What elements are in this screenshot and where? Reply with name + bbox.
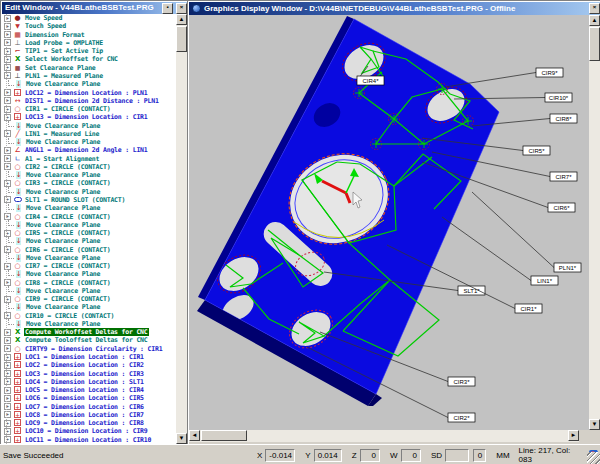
tree-item-23[interactable]: Move Clearance Plane (2, 204, 176, 212)
tree-item-29[interactable]: Move Clearance Plane (2, 254, 176, 262)
tree-item-24[interactable]: +CIR4 = CIRCLE (CONTACT) (2, 212, 176, 220)
tree-item-20[interactable]: +CIR3 = CIRCLE (CONTACT) (2, 179, 176, 187)
tree-item-15[interactable]: Move Clearance Plane (2, 138, 176, 146)
tree-item-14[interactable]: +LIN1 = Measured Line (2, 130, 176, 138)
x-value: -0.014 (265, 449, 295, 462)
tree-item-47[interactable]: +LOC7 = Dimension Location : CIR6 (2, 402, 176, 410)
tree-item-44[interactable]: +LOC4 = Dimension Location : SLT1 (2, 378, 176, 386)
tree-item-21[interactable]: Move Clearance Plane (2, 188, 176, 196)
tree-item-45[interactable]: +LOC5 = Dimension Location : CIR4 (2, 386, 176, 394)
tree-item-40[interactable]: +CIRTY9 = Dimension Circularity : CIR1 (2, 345, 176, 353)
tree-item-6[interactable]: +Set Clearance Plane (2, 64, 176, 72)
tree-item-38[interactable]: +Compute Workoffset Deltas for CNC (2, 328, 176, 336)
resize-grip[interactable] (587, 452, 600, 464)
tree-item-30[interactable]: +CIR7 = CIRCLE (CONTACT) (2, 262, 176, 270)
tree-item-34[interactable]: +CIR9 = CIRCLE (CONTACT) (2, 295, 176, 303)
tree-item-16[interactable]: +ANGL1 = Dimension 2d Angle : LIN1 (2, 146, 176, 154)
tree-item-7[interactable]: +PLN1 = Measured Plane (2, 72, 176, 80)
edit-tree-vertical-scrollbar[interactable]: ▲ ▼ (176, 14, 187, 444)
tree-item-36[interactable]: +CIR10 = CIRCLE (CONTACT) (2, 312, 176, 320)
cnc-icon (13, 55, 22, 63)
y-label: Y (305, 451, 310, 460)
graphics-viewport[interactable]: CIR4*CIR9*CIR10*CIR8*CIR5*CIR7*CIR6*PLN1… (189, 15, 590, 430)
tree-item-13[interactable]: Move Clearance Plane (2, 121, 176, 129)
graphics-vertical-scrollbar[interactable]: ▲ ▼ (589, 15, 600, 430)
tree-item-41[interactable]: +LOC1 = Dimension Location : CIR1 (2, 353, 176, 361)
tree-item-46[interactable]: +LOC6 = Dimension Location : CIR5 (2, 394, 176, 402)
minimize-button[interactable]: ▪ (162, 3, 173, 14)
close-icon[interactable]: × (589, 3, 600, 14)
edit-window: Edit Window - V44BLatheBSBTest.PRG ▪ × +… (0, 0, 189, 446)
loc-icon (13, 419, 22, 427)
tree-item-31[interactable]: Move Clearance Plane (2, 270, 176, 278)
scroll-left-icon[interactable]: ◄ (189, 430, 200, 441)
tree-item-5[interactable]: +Select Workoffset for CNC (2, 55, 176, 63)
plane-icon (13, 72, 22, 80)
tree-item-label: LOC1 = Dimension Location : CIR1 (24, 353, 145, 361)
tree-item-label: Compute Workoffset Deltas for CNC (24, 328, 149, 336)
scroll-right-icon[interactable]: ► (568, 430, 579, 441)
callout-label: LIN1* (537, 278, 553, 284)
tree-item-2[interactable]: +Dimension Format (2, 31, 176, 39)
tree-item-48[interactable]: +LOC8 = Dimension Location : CIR7 (2, 411, 176, 419)
tree-item-35[interactable]: Move Clearance Plane (2, 303, 176, 311)
loc-icon (13, 403, 22, 411)
tree-item-43[interactable]: +LOC3 = Dimension Location : CIR3 (2, 369, 176, 377)
tree-item-51[interactable]: +LOC11 = Dimension Location : CIR10 (2, 436, 176, 444)
tree-item-50[interactable]: +LOC10 = Dimension Location : CIR9 (2, 427, 176, 435)
tree-item-49[interactable]: +LOC9 = Dimension Location : CIR8 (2, 419, 176, 427)
loc-icon (13, 394, 22, 402)
loc-icon (13, 411, 22, 419)
tree-item-39[interactable]: +Compute Tooloffset Deltas for CNC (2, 336, 176, 344)
tree-item-18[interactable]: +CIR2 = CIRCLE (CONTACT) (2, 163, 176, 171)
tree-item-label: TIP1 = Set Active Tip (24, 47, 104, 55)
tree-item-1[interactable]: +Touch Speed (2, 22, 176, 30)
close-icon[interactable]: × (176, 3, 187, 14)
tree-item-10[interactable]: +DIST1 = Dimension 2d Distance : PLN1 (2, 97, 176, 105)
edit-tree[interactable]: +Move Speed+Touch Speed+Dimension Format… (2, 14, 176, 444)
tree-item-4[interactable]: +TIP1 = Set Active Tip (2, 47, 176, 55)
moveplane-icon (14, 237, 23, 245)
tree-item-22[interactable]: +SLT1 = ROUND SLOT (CONTACT) (2, 196, 176, 204)
callout-leader (442, 217, 531, 281)
scroll-down-icon[interactable]: ▼ (176, 433, 187, 444)
graphics-window-titlebar[interactable]: Graphics Display Window - D:\V44B\NETDEB… (189, 2, 600, 15)
tree-item-label: Move Clearance Plane (25, 138, 101, 146)
tree-item-19[interactable]: Move Clearance Plane (2, 171, 176, 179)
edit-window-titlebar[interactable]: Edit Window - V44BLatheBSBTest.PRG ▪ × (2, 2, 187, 14)
scroll-up-icon[interactable]: ▲ (176, 14, 187, 25)
scrollbar-thumb[interactable] (176, 26, 187, 52)
tree-item-17[interactable]: +A1 = Start Alignment (2, 155, 176, 163)
tree-item-37[interactable]: Move Clearance Plane (2, 320, 176, 328)
3d-scene[interactable]: CIR4*CIR9*CIR10*CIR8*CIR5*CIR7*CIR6*PLN1… (189, 15, 590, 430)
tree-item-11[interactable]: +CIR1 = CIRCLE (CONTACT) (2, 105, 176, 113)
tree-item-25[interactable]: Move Clearance Plane (2, 221, 176, 229)
tree-item-27[interactable]: Move Clearance Plane (2, 237, 176, 245)
tree-item-label: CIR9 = CIRCLE (CONTACT) (24, 295, 111, 303)
moveplane-icon (14, 171, 23, 179)
tree-item-label: Move Clearance Plane (25, 287, 101, 295)
tree-item-label: CIR6 = CIRCLE (CONTACT) (24, 246, 111, 254)
tree-item-33[interactable]: Move Clearance Plane (2, 287, 176, 295)
tree-item-8[interactable]: Move Clearance Plane (2, 80, 176, 88)
tree-item-26[interactable]: +CIR5 = CIRCLE (CONTACT) (2, 229, 176, 237)
scroll-up-icon[interactable]: ▲ (589, 15, 600, 26)
format-icon (13, 31, 22, 39)
tree-item-label: CIR1 = CIRCLE (CONTACT) (24, 105, 111, 113)
tree-item-28[interactable]: +CIR6 = CIRCLE (CONTACT) (2, 245, 176, 253)
tree-item-42[interactable]: +LOC2 = Dimension Location : CIR2 (2, 361, 176, 369)
slot-icon (13, 196, 22, 204)
tree-item-label: CIR4 = CIRCLE (CONTACT) (24, 213, 111, 221)
scrollbar-thumb[interactable] (201, 430, 247, 441)
circle-icon (13, 105, 22, 113)
tree-item-3[interactable]: +Load Probe = OMPLATHE (2, 39, 176, 47)
tree-item-32[interactable]: +CIR8 = CIRCLE (CONTACT) (2, 279, 176, 287)
scroll-down-icon[interactable]: ▼ (589, 419, 600, 430)
graphics-horizontal-scrollbar[interactable]: ◄ ► (189, 430, 579, 442)
scrollbar-thumb[interactable] (589, 27, 600, 61)
tree-item-0[interactable]: +Move Speed (2, 14, 176, 22)
tree-item-12[interactable]: +LOC13 = Dimension Location : CIR1 (2, 113, 176, 121)
tree-item-label: Move Clearance Plane (25, 221, 101, 229)
callout-label: CIR8* (555, 116, 572, 122)
tree-item-9[interactable]: +LOC12 = Dimension Location : PLN1 (2, 88, 176, 96)
